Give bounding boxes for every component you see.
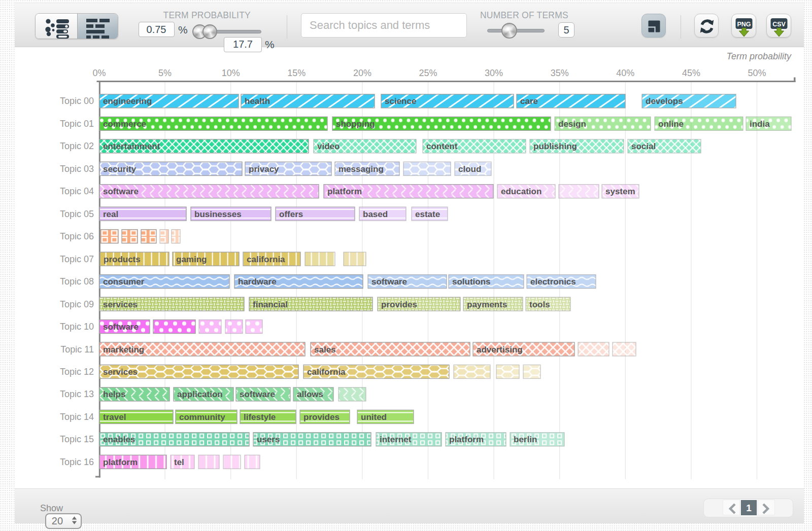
svg-text:sales: sales bbox=[314, 345, 336, 355]
svg-text:education: education bbox=[501, 187, 542, 196]
svg-text:california: california bbox=[247, 255, 285, 264]
svg-text:estate: estate bbox=[415, 209, 440, 219]
svg-text:engineering: engineering bbox=[103, 96, 152, 106]
svg-text:based: based bbox=[363, 209, 388, 219]
svg-text:community: community bbox=[179, 412, 225, 422]
svg-text:privacy: privacy bbox=[249, 164, 279, 174]
svg-text:solutions: solutions bbox=[452, 277, 491, 287]
svg-text:platform: platform bbox=[449, 435, 484, 444]
svg-text:video: video bbox=[317, 141, 340, 151]
svg-text:health: health bbox=[245, 96, 270, 106]
svg-text:0%: 0% bbox=[92, 68, 106, 78]
svg-text:Topic 07: Topic 07 bbox=[60, 254, 94, 264]
svg-text:helps: helps bbox=[103, 390, 125, 399]
svg-text:tel: tel bbox=[174, 457, 184, 467]
svg-text:software: software bbox=[240, 390, 275, 399]
svg-text:Topic 14: Topic 14 bbox=[60, 412, 94, 422]
svg-text:50%: 50% bbox=[748, 68, 766, 78]
svg-text:advertising: advertising bbox=[477, 345, 523, 355]
svg-text:Topic 09: Topic 09 bbox=[60, 299, 94, 309]
svg-text:provides: provides bbox=[303, 412, 340, 422]
svg-text:electronics: electronics bbox=[530, 277, 576, 287]
svg-text:software: software bbox=[371, 277, 407, 287]
svg-text:messaging: messaging bbox=[339, 164, 384, 174]
svg-text:develops: develops bbox=[646, 96, 683, 106]
svg-text:Topic 02: Topic 02 bbox=[60, 141, 94, 151]
svg-text:Topic 06: Topic 06 bbox=[60, 231, 94, 241]
svg-text:application: application bbox=[177, 390, 223, 399]
svg-text:40%: 40% bbox=[616, 68, 634, 78]
svg-text:allows: allows bbox=[297, 390, 323, 399]
svg-text:Topic 03: Topic 03 bbox=[60, 164, 94, 174]
svg-text:offers: offers bbox=[279, 209, 303, 219]
svg-text:care: care bbox=[520, 96, 538, 106]
svg-text:businesses: businesses bbox=[194, 209, 242, 219]
svg-text:consumer: consumer bbox=[103, 277, 145, 287]
svg-text:Term probability: Term probability bbox=[727, 51, 792, 61]
svg-text:hardware: hardware bbox=[238, 277, 277, 287]
svg-text:publishing: publishing bbox=[533, 141, 577, 151]
svg-text:tools: tools bbox=[529, 300, 550, 309]
svg-text:Topic 12: Topic 12 bbox=[60, 367, 94, 377]
svg-text:45%: 45% bbox=[682, 68, 700, 78]
svg-text:california: california bbox=[307, 367, 346, 377]
svg-text:Topic 10: Topic 10 bbox=[60, 322, 94, 332]
svg-text:Topic 16: Topic 16 bbox=[60, 457, 94, 467]
svg-text:Topic 13: Topic 13 bbox=[60, 389, 94, 399]
svg-text:35%: 35% bbox=[551, 68, 569, 78]
svg-text:software: software bbox=[103, 187, 139, 196]
svg-text:content: content bbox=[426, 141, 458, 151]
svg-text:software: software bbox=[103, 322, 139, 332]
svg-text:users: users bbox=[257, 435, 280, 444]
svg-text:platform: platform bbox=[103, 457, 138, 467]
svg-text:marketing: marketing bbox=[103, 345, 144, 355]
svg-text:25%: 25% bbox=[419, 68, 437, 78]
svg-text:online: online bbox=[658, 119, 684, 129]
svg-text:Topic 04: Topic 04 bbox=[60, 186, 94, 196]
svg-text:commerce: commerce bbox=[103, 119, 146, 129]
svg-text:Topic 05: Topic 05 bbox=[60, 209, 94, 219]
svg-text:Topic 08: Topic 08 bbox=[60, 276, 94, 287]
svg-text:platform: platform bbox=[327, 187, 362, 196]
svg-text:science: science bbox=[385, 96, 416, 106]
svg-text:services: services bbox=[103, 300, 138, 309]
svg-text:Topic 00: Topic 00 bbox=[60, 96, 94, 106]
svg-text:real: real bbox=[103, 209, 118, 219]
svg-text:financial: financial bbox=[253, 300, 288, 309]
svg-text:entertainment: entertainment bbox=[103, 141, 160, 151]
svg-text:20%: 20% bbox=[353, 68, 371, 78]
svg-text:Topic 01: Topic 01 bbox=[60, 119, 94, 129]
svg-text:Topic 15: Topic 15 bbox=[60, 434, 94, 444]
svg-text:payments: payments bbox=[467, 300, 507, 309]
svg-text:15%: 15% bbox=[287, 68, 306, 78]
svg-text:social: social bbox=[631, 141, 656, 151]
svg-text:berlin: berlin bbox=[514, 435, 537, 444]
svg-text:security: security bbox=[103, 164, 137, 174]
svg-text:internet: internet bbox=[380, 435, 412, 444]
svg-text:travel: travel bbox=[103, 412, 126, 422]
svg-text:products: products bbox=[104, 255, 141, 264]
svg-text:system: system bbox=[605, 187, 635, 196]
svg-text:india: india bbox=[750, 119, 770, 129]
svg-text:cloud: cloud bbox=[458, 164, 481, 174]
svg-text:5%: 5% bbox=[158, 68, 172, 78]
svg-text:provides: provides bbox=[381, 300, 417, 309]
svg-text:united: united bbox=[361, 412, 387, 422]
svg-text:shopping: shopping bbox=[336, 119, 375, 129]
svg-text:enables: enables bbox=[103, 435, 135, 444]
svg-text:30%: 30% bbox=[485, 68, 503, 78]
svg-text:gaming: gaming bbox=[176, 255, 207, 264]
svg-text:lifestyle: lifestyle bbox=[244, 412, 276, 422]
svg-text:design: design bbox=[558, 119, 586, 129]
svg-text:10%: 10% bbox=[222, 68, 240, 78]
svg-text:Topic 11: Topic 11 bbox=[60, 344, 94, 355]
svg-text:services: services bbox=[103, 367, 138, 377]
